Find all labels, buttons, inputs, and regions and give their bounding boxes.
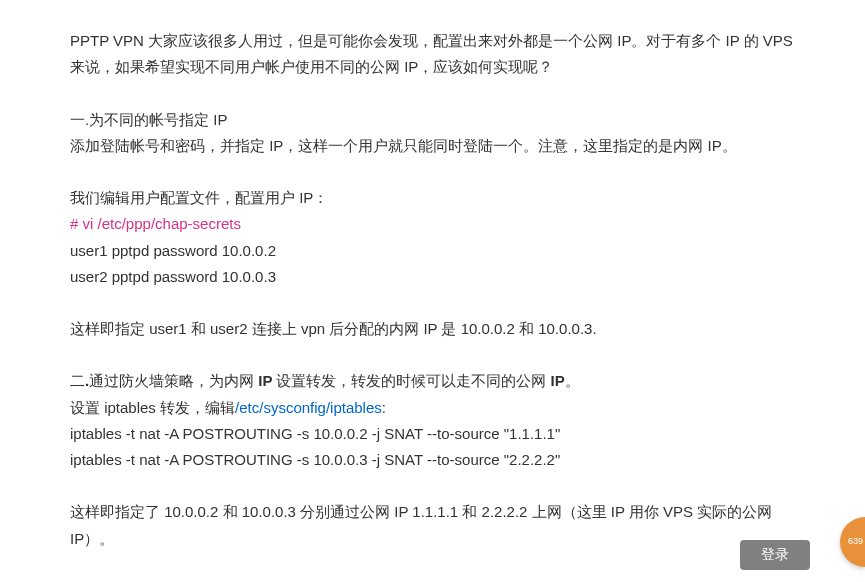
section-2-ip2: IP xyxy=(551,372,565,389)
section-2-ip: IP xyxy=(258,372,276,389)
edit-instruction: 我们编辑用户配置文件，配置用户 IP： xyxy=(70,185,795,211)
section-2-text2: 设置转发，转发的时候可以走不同的公网 xyxy=(276,372,550,389)
login-button[interactable]: 登录 xyxy=(740,540,810,570)
result-1: 这样即指定 user1 和 user2 连接上 vpn 后分配的内网 IP 是 … xyxy=(70,316,795,342)
user1-config: user1 pptpd password 10.0.0.2 xyxy=(70,238,795,264)
vi-command: # vi /etc/ppp/chap-secrets xyxy=(70,211,795,237)
section-2: 二.通过防火墙策略，为内网 IP 设置转发，转发的时候可以走不同的公网 IP。 … xyxy=(70,368,795,473)
section-2-title: 二.通过防火墙策略，为内网 IP 设置转发，转发的时候可以走不同的公网 IP。 xyxy=(70,368,795,394)
result-2-text: 这样即指定了 10.0.0.2 和 10.0.0.3 分别通过公网 IP 1.1… xyxy=(70,503,772,546)
section-1-desc: 添加登陆帐号和密码，并指定 IP，这样一个用户就只能同时登陆一个。注意，这里指定… xyxy=(70,133,795,159)
iptables-rule-2: iptables -t nat -A POSTROUTING -s 10.0.0… xyxy=(70,447,795,473)
config-block: 我们编辑用户配置文件，配置用户 IP： # vi /etc/ppp/chap-s… xyxy=(70,185,795,290)
iptables-colon: : xyxy=(382,399,386,416)
badge-text: 639 xyxy=(848,534,863,550)
section-1-title: 一.为不同的帐号指定 IP xyxy=(70,107,795,133)
intro-text: PPTP VPN 大家应该很多人用过，但是可能你会发现，配置出来对外都是一个公网… xyxy=(70,32,793,75)
section-2-text1: 通过防火墙策略，为内网 xyxy=(89,372,258,389)
section-1: 一.为不同的帐号指定 IP 添加登陆帐号和密码，并指定 IP，这样一个用户就只能… xyxy=(70,107,795,160)
result-2: 这样即指定了 10.0.0.2 和 10.0.0.3 分别通过公网 IP 1.1… xyxy=(70,499,795,552)
article-content: PPTP VPN 大家应该很多人用过，但是可能你会发现，配置出来对外都是一个公网… xyxy=(70,28,795,552)
user2-config: user2 pptpd password 10.0.0.3 xyxy=(70,264,795,290)
result-1-text: 这样即指定 user1 和 user2 连接上 vpn 后分配的内网 IP 是 … xyxy=(70,320,597,337)
intro-paragraph: PPTP VPN 大家应该很多人用过，但是可能你会发现，配置出来对外都是一个公网… xyxy=(70,28,795,81)
iptables-path-link[interactable]: /etc/sysconfig/iptables xyxy=(235,399,382,416)
section-2-end: 。 xyxy=(565,372,580,389)
iptables-edit-prefix: 设置 iptables 转发，编辑 xyxy=(70,399,235,416)
iptables-rule-1: iptables -t nat -A POSTROUTING -s 10.0.0… xyxy=(70,421,795,447)
login-label: 登录 xyxy=(761,546,789,564)
iptables-edit-line: 设置 iptables 转发，编辑/etc/sysconfig/iptables… xyxy=(70,395,795,421)
floating-badge[interactable]: 639 xyxy=(840,517,865,567)
section-2-prefix: 二 xyxy=(70,372,85,389)
